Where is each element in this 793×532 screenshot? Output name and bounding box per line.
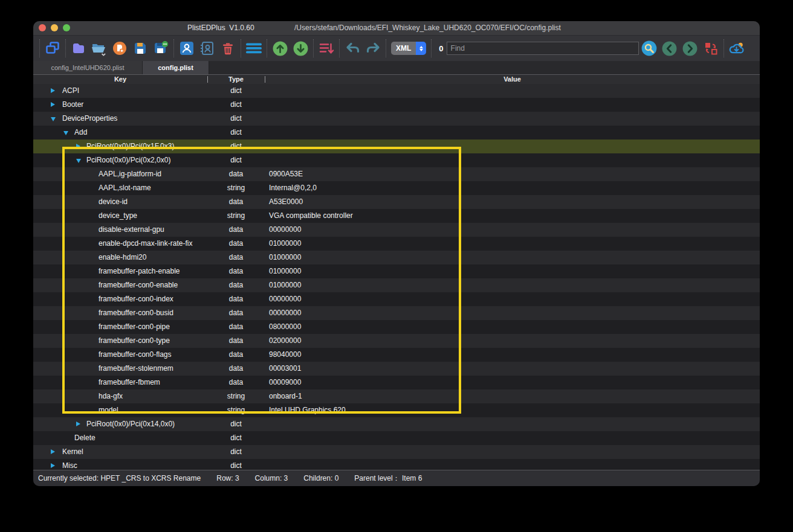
table-row[interactable]: framebuffer-con0-pipe data 08000000	[33, 320, 760, 334]
table-row[interactable]: Add dict	[33, 126, 760, 139]
row-type: data	[207, 264, 265, 278]
zoom-button[interactable]	[63, 24, 70, 31]
find-input[interactable]	[447, 42, 639, 55]
user-edit-button[interactable]	[177, 38, 196, 59]
row-key: Add	[74, 126, 87, 139]
table-row[interactable]: framebuffer-con0-enable data 01000000	[33, 278, 760, 292]
toolbar-separator	[241, 39, 241, 57]
table-row[interactable]: device_type string VGA compatible contro…	[33, 209, 760, 223]
add-item-button[interactable]	[110, 38, 129, 59]
row-key: framebuffer-con0-enable	[99, 278, 178, 292]
row-type: dict	[207, 417, 265, 431]
table-row[interactable]: framebuffer-con0-index data 00000000	[33, 292, 760, 306]
save-button[interactable]	[131, 38, 150, 59]
table-row[interactable]: ACPI dict	[33, 84, 760, 98]
duplicate-window-button[interactable]	[43, 38, 62, 59]
table-row[interactable]: framebuffer-fbmem data 00009000	[33, 376, 760, 389]
undo-button[interactable]	[343, 38, 362, 59]
move-up-button[interactable]	[270, 38, 290, 59]
save-as-button[interactable]	[151, 38, 170, 59]
toolbar-separator	[339, 39, 340, 57]
table-row[interactable]: model string Intel UHD Graphics 620	[33, 403, 760, 417]
find-next-button[interactable]	[681, 38, 700, 59]
table-row[interactable]: PciRoot(0x0)/Pci(0x14,0x0) dict	[33, 417, 760, 431]
move-down-button[interactable]	[291, 38, 310, 59]
row-type: dict	[207, 431, 265, 445]
tab-config-inteluhd620[interactable]: config_IntelUHD620.plist	[33, 61, 143, 74]
disclosure-triangle-icon[interactable]	[51, 463, 55, 468]
search-button[interactable]	[639, 38, 659, 59]
trash-icon	[220, 40, 236, 56]
row-value: VGA compatible controller	[269, 209, 353, 223]
new-file-button[interactable]	[69, 38, 88, 59]
disclosure-triangle-icon[interactable]	[51, 117, 56, 121]
column-header-type[interactable]: Type	[207, 75, 265, 84]
table-row[interactable]: AAPL,ig-platform-id data 0900A53E	[33, 167, 760, 181]
row-value: 0900A53E	[269, 167, 303, 181]
contact-card-button[interactable]	[198, 38, 217, 59]
row-key: framebuffer-patch-enable	[99, 264, 180, 278]
row-key: PciRoot(0x0)/Pci(0x14,0x0)	[86, 417, 175, 431]
tab-bar: config_IntelUHD620.plist config.plist	[33, 61, 760, 74]
column-header-value[interactable]: Value	[265, 75, 760, 84]
column-divider[interactable]	[207, 76, 208, 83]
format-select[interactable]: XML	[391, 42, 426, 55]
table-row[interactable]: device-id data A53E0000	[33, 195, 760, 209]
row-key: model	[99, 403, 118, 417]
redo-button[interactable]	[363, 38, 383, 59]
status-parent-level: Parent level： Item 6	[354, 473, 422, 484]
table-row[interactable]: hda-gfx string onboard-1	[33, 389, 760, 403]
close-button[interactable]	[39, 24, 46, 31]
table-row[interactable]: enable-dpcd-max-link-rate-fix data 01000…	[33, 237, 760, 251]
cloud-update-button[interactable]	[727, 38, 746, 59]
convert-format-button[interactable]	[701, 38, 720, 59]
table-row[interactable]: PciRoot(0x0)/Pci(0x2,0x0) dict	[33, 153, 760, 167]
tab-config-plist[interactable]: config.plist	[143, 61, 209, 74]
minimize-button[interactable]	[51, 24, 58, 31]
disclosure-triangle-icon[interactable]	[76, 159, 81, 163]
disclosure-triangle-icon[interactable]	[76, 421, 80, 426]
delete-button[interactable]	[218, 38, 238, 59]
table-row[interactable]: Misc dict	[33, 459, 760, 470]
app-window: PlistEDPlus V1.0.60 /Users/stefan/Downlo…	[33, 21, 760, 486]
table-row[interactable]: PciRoot(0x0)/Pci(0x1F,0x3) dict	[33, 139, 760, 153]
column-divider[interactable]	[265, 76, 265, 83]
row-key: PciRoot(0x0)/Pci(0x2,0x0)	[86, 153, 170, 167]
sort-button[interactable]	[317, 38, 336, 59]
new-file-icon	[71, 40, 86, 56]
table-row[interactable]: AAPL,slot-name string Internal@0,2,0	[33, 181, 760, 195]
title-bar[interactable]: PlistEDPlus V1.0.60 /Users/stefan/Downlo…	[33, 21, 760, 35]
row-key: framebuffer-con0-index	[99, 292, 173, 306]
menu-button[interactable]	[244, 38, 264, 59]
disclosure-triangle-icon[interactable]	[51, 102, 55, 107]
table-row[interactable]: enable-hdmi20 data 01000000	[33, 251, 760, 264]
disclosure-triangle-icon[interactable]	[63, 131, 68, 135]
table-row[interactable]: framebuffer-patch-enable data 01000000	[33, 264, 760, 278]
disclosure-triangle-icon[interactable]	[51, 88, 55, 93]
row-type: data	[207, 223, 265, 237]
redo-icon	[365, 40, 381, 57]
row-type: data	[207, 195, 265, 209]
table-row[interactable]: framebuffer-con0-type data 02000000	[33, 334, 760, 348]
window-controls	[39, 24, 70, 31]
table-row[interactable]: framebuffer-con0-busid data 00000000	[33, 306, 760, 320]
disclosure-triangle-icon[interactable]	[76, 144, 80, 149]
row-value: 00000000	[269, 292, 301, 306]
row-key: enable-dpcd-max-link-rate-fix	[99, 237, 192, 251]
row-type: string	[207, 389, 265, 403]
row-key: framebuffer-con0-flags	[99, 348, 172, 362]
table-row[interactable]: Booter dict	[33, 98, 760, 112]
table-row[interactable]: DeviceProperties dict	[33, 112, 760, 126]
table-row[interactable]: framebuffer-con0-flags data 98040000	[33, 348, 760, 362]
row-type: data	[207, 278, 265, 292]
row-type: dict	[207, 112, 265, 126]
disclosure-triangle-icon[interactable]	[51, 449, 55, 454]
table-row[interactable]: Kernel dict	[33, 445, 760, 459]
column-header-key[interactable]: Key	[33, 75, 207, 84]
find-previous-button[interactable]	[660, 38, 679, 59]
row-key: ACPI	[62, 84, 79, 98]
table-row[interactable]: disable-external-gpu data 00000000	[33, 223, 760, 237]
table-row[interactable]: Delete dict	[33, 431, 760, 445]
table-row[interactable]: framebuffer-stolenmem data 00003001	[33, 362, 760, 376]
open-file-button[interactable]	[89, 38, 109, 59]
